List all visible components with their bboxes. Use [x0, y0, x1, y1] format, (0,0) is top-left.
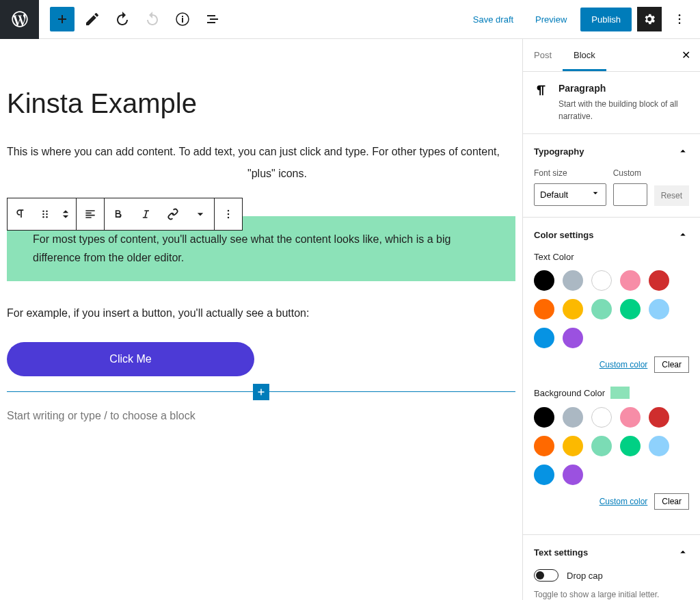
- color-swatch[interactable]: [563, 328, 583, 348]
- typography-panel-toggle[interactable]: Typography: [523, 134, 700, 168]
- bold-button[interactable]: [105, 198, 132, 230]
- svg-point-11: [228, 217, 230, 219]
- svg-point-4: [46, 211, 48, 213]
- align-button[interactable]: [77, 198, 104, 230]
- color-swatch[interactable]: [534, 465, 554, 485]
- post-title[interactable]: Kinsta Example: [7, 88, 515, 118]
- custom-bg-color-link[interactable]: Custom color: [600, 497, 648, 506]
- editor-canvas[interactable]: Kinsta Example This is where you can add…: [0, 39, 522, 600]
- tab-post[interactable]: Post: [523, 39, 563, 71]
- edit-mode-button[interactable]: [80, 7, 105, 31]
- bg-color-palette: [534, 407, 689, 485]
- drop-cap-label: Drop cap: [567, 571, 603, 581]
- text-color-label: Text Color: [534, 252, 689, 262]
- svg-point-9: [228, 210, 230, 212]
- color-settings-label: Color settings: [534, 230, 593, 240]
- paragraph-block-1b[interactable]: "plus" icons.: [247, 165, 515, 183]
- svg-point-3: [42, 211, 44, 213]
- redo-button[interactable]: [140, 7, 165, 31]
- paragraph-block-1[interactable]: This is where you can add content. To ad…: [7, 143, 515, 161]
- main-area: Kinsta Example This is where you can add…: [0, 39, 700, 600]
- color-swatch[interactable]: [620, 436, 641, 456]
- svg-point-1: [679, 18, 681, 21]
- custom-label: Custom: [613, 168, 647, 178]
- save-draft-button[interactable]: Save draft: [465, 9, 522, 30]
- undo-button[interactable]: [110, 7, 135, 31]
- color-swatch[interactable]: [649, 407, 669, 428]
- typography-label: Typography: [534, 146, 584, 157]
- color-swatch[interactable]: [591, 407, 612, 428]
- info-button[interactable]: [170, 7, 195, 31]
- link-button[interactable]: [159, 198, 187, 230]
- text-settings-label: Text settings: [534, 547, 588, 558]
- settings-button[interactable]: [637, 7, 662, 31]
- block-more-button[interactable]: [215, 198, 242, 230]
- paragraph-icon: [534, 83, 549, 122]
- color-swatch[interactable]: [534, 436, 554, 456]
- drag-handle[interactable]: [35, 198, 55, 230]
- reset-font-button[interactable]: Reset: [654, 185, 689, 206]
- preview-button[interactable]: Preview: [527, 9, 575, 30]
- bg-color-label: Background Color: [534, 387, 689, 399]
- color-swatch[interactable]: [563, 436, 583, 456]
- color-panel: Color settings Text Color Custom color C…: [523, 218, 700, 535]
- italic-button[interactable]: [132, 198, 159, 230]
- empty-block-placeholder[interactable]: Start writing or type / to choose a bloc…: [7, 410, 515, 422]
- outline-button[interactable]: [200, 7, 225, 31]
- move-button[interactable]: [55, 198, 76, 230]
- custom-text-color-link[interactable]: Custom color: [600, 360, 648, 369]
- text-settings-panel: Text settings Drop cap Toggle to show a …: [523, 535, 700, 600]
- svg-point-2: [679, 23, 681, 25]
- font-size-label: Font size: [534, 168, 606, 178]
- color-swatch[interactable]: [591, 299, 612, 319]
- chevron-up-icon: [677, 229, 689, 241]
- color-swatch[interactable]: [620, 270, 641, 291]
- color-swatch[interactable]: [563, 270, 583, 291]
- color-swatch[interactable]: [591, 436, 612, 456]
- color-swatch[interactable]: [563, 299, 583, 319]
- add-block-button[interactable]: [50, 7, 75, 31]
- color-swatch[interactable]: [620, 299, 641, 319]
- more-options-button[interactable]: [667, 7, 692, 31]
- svg-point-5: [42, 213, 44, 216]
- chevron-up-icon: [677, 546, 689, 558]
- color-swatch[interactable]: [620, 407, 641, 428]
- tab-block[interactable]: Block: [563, 39, 606, 71]
- color-swatch[interactable]: [534, 299, 554, 319]
- color-swatch[interactable]: [563, 407, 583, 428]
- color-swatch[interactable]: [591, 270, 612, 291]
- block-name: Paragraph: [558, 83, 689, 94]
- drop-cap-toggle[interactable]: [534, 569, 558, 582]
- font-size-select[interactable]: Default: [534, 183, 606, 206]
- inline-inserter-button[interactable]: [253, 384, 269, 400]
- paragraph-block-2[interactable]: For example, if you insert a button, you…: [7, 304, 515, 322]
- block-info: Paragraph Start with the building block …: [523, 72, 700, 134]
- chevron-up-icon: [677, 145, 689, 157]
- color-swatch[interactable]: [534, 270, 554, 291]
- bg-color-indicator: [610, 387, 630, 399]
- custom-font-size-input[interactable]: [613, 183, 647, 206]
- block-toolbar: [7, 198, 243, 231]
- settings-sidebar: Post Block ✕ Paragraph Start with the bu…: [522, 39, 700, 600]
- block-inserter-line: [7, 391, 515, 392]
- toolbar-right: Save draft Preview Publish: [465, 7, 700, 31]
- color-swatch[interactable]: [649, 299, 669, 319]
- color-swatch[interactable]: [649, 270, 669, 291]
- close-sidebar-button[interactable]: ✕: [672, 39, 700, 71]
- block-type-button[interactable]: [8, 198, 35, 230]
- color-swatch[interactable]: [649, 436, 669, 456]
- svg-point-10: [228, 213, 230, 216]
- color-swatch[interactable]: [563, 465, 583, 485]
- svg-point-0: [679, 14, 681, 16]
- publish-button[interactable]: Publish: [580, 8, 632, 31]
- color-swatch[interactable]: [534, 328, 554, 348]
- color-swatch[interactable]: [534, 407, 554, 428]
- text-settings-toggle[interactable]: Text settings: [523, 535, 700, 569]
- button-block[interactable]: Click Me: [7, 342, 254, 376]
- dropdown-button[interactable]: [187, 198, 214, 230]
- svg-point-6: [46, 213, 48, 216]
- clear-text-color-button[interactable]: Clear: [654, 356, 689, 373]
- wordpress-logo[interactable]: [0, 0, 39, 39]
- clear-bg-color-button[interactable]: Clear: [654, 493, 689, 510]
- color-panel-toggle[interactable]: Color settings: [523, 218, 700, 252]
